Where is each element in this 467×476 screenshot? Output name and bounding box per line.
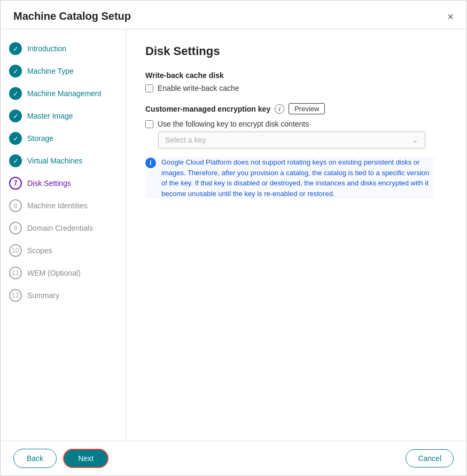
- close-button[interactable]: ×: [447, 11, 454, 22]
- sidebar-label-12: Summary: [27, 291, 59, 300]
- sidebar-item-scopes[interactable]: 10 Scopes: [1, 240, 126, 261]
- back-button[interactable]: Back: [13, 449, 57, 468]
- sidebar-item-disk-settings[interactable]: 7 Disk Settings: [1, 173, 126, 194]
- dialog-title: Machine Catalog Setup: [13, 10, 131, 22]
- help-icon-text: i: [279, 106, 281, 112]
- enable-write-back-row: Enable write-back cache: [145, 84, 447, 92]
- select-key-row: Select a key ⌄: [158, 131, 447, 149]
- footer-left: Back Next: [13, 449, 108, 468]
- step-number-11: 11: [12, 269, 19, 277]
- checkmark-icon-5: ✓: [13, 135, 19, 143]
- checkmark-icon-3: ✓: [13, 90, 19, 98]
- sidebar-item-introduction[interactable]: ✓ Introduction: [1, 38, 126, 59]
- step-circle-10: 10: [9, 244, 22, 257]
- dialog-body: ✓ Introduction ✓ Machine Type ✓ Machine …: [1, 29, 466, 441]
- main-content: Disk Settings Write-back cache disk Enab…: [126, 29, 466, 441]
- info-icon: i: [145, 158, 156, 168]
- encryption-title: Customer-managed encryption key: [145, 105, 270, 113]
- info-box: i Google Cloud Platform does not support…: [145, 157, 434, 199]
- sidebar-item-virtual-machines[interactable]: ✓ Virtual Machines: [1, 150, 126, 171]
- chevron-down-icon: ⌄: [412, 136, 418, 144]
- sidebar-item-wem[interactable]: 11 WEM (Optional): [1, 262, 126, 284]
- step-circle-9: 9: [9, 222, 22, 235]
- step-number-8: 8: [14, 202, 18, 209]
- encrypt-disk-row: Use the following key to encrypt disk co…: [145, 120, 447, 128]
- sidebar-label-2: Machine Type: [27, 67, 74, 75]
- write-back-cache-group: Write-back cache disk Enable write-back …: [145, 71, 447, 92]
- next-button[interactable]: Next: [63, 449, 108, 468]
- dialog-header: Machine Catalog Setup ×: [1, 1, 466, 29]
- sidebar-item-machine-type[interactable]: ✓ Machine Type: [1, 60, 126, 82]
- enable-write-back-checkbox-label: Enable write-back cache: [158, 84, 239, 92]
- step-circle-2: ✓: [9, 65, 22, 77]
- enable-write-back-checkbox[interactable]: [145, 84, 153, 92]
- encrypt-disk-checkbox[interactable]: [145, 120, 153, 128]
- sidebar-label-7: Disk Settings: [27, 179, 71, 188]
- sidebar-label-3: Machine Management: [27, 89, 102, 98]
- sidebar-label-10: Scopes: [27, 246, 52, 255]
- sidebar-label-5: Storage: [27, 134, 53, 143]
- select-key-dropdown[interactable]: Select a key ⌄: [158, 131, 425, 149]
- encrypt-disk-label: Use the following key to encrypt disk co…: [158, 120, 309, 128]
- sidebar-label-11: WEM (Optional): [27, 269, 81, 277]
- machine-catalog-dialog: Machine Catalog Setup × ✓ Introduction ✓…: [0, 0, 467, 476]
- sidebar-label-1: Introduction: [27, 44, 66, 53]
- step-circle-5: ✓: [9, 132, 22, 145]
- write-back-cache-label: Write-back cache disk: [145, 71, 447, 80]
- step-circle-8: 8: [9, 199, 22, 212]
- sidebar-item-master-image[interactable]: ✓ Master Image: [1, 105, 126, 127]
- checkmark-icon-6: ✓: [13, 157, 19, 165]
- dialog-footer: Back Next Cancel: [1, 441, 466, 475]
- sidebar-label-9: Domain Credentials: [27, 224, 93, 232]
- cancel-button[interactable]: Cancel: [406, 449, 454, 467]
- sidebar-label-4: Master Image: [27, 112, 73, 120]
- step-circle-12: 12: [9, 289, 22, 302]
- sidebar: ✓ Introduction ✓ Machine Type ✓ Machine …: [1, 29, 126, 441]
- preview-button[interactable]: Preview: [289, 103, 325, 114]
- step-circle-7: 7: [9, 177, 22, 190]
- sidebar-item-machine-identities[interactable]: 8 Machine Identities: [1, 195, 126, 216]
- help-icon[interactable]: i: [275, 104, 284, 114]
- step-number-10: 10: [12, 247, 19, 254]
- select-key-placeholder: Select a key: [165, 136, 206, 144]
- step-number-9: 9: [14, 224, 18, 232]
- step-circle-4: ✓: [9, 110, 22, 122]
- encryption-header: Customer-managed encryption key i Previe…: [145, 103, 447, 114]
- sidebar-item-domain-credentials[interactable]: 9 Domain Credentials: [1, 217, 126, 239]
- sidebar-item-summary[interactable]: 12 Summary: [1, 285, 126, 306]
- step-number-12: 12: [12, 292, 19, 299]
- section-title: Disk Settings: [145, 44, 447, 58]
- step-circle-3: ✓: [9, 87, 22, 100]
- checkmark-icon-4: ✓: [13, 112, 19, 120]
- sidebar-item-machine-management[interactable]: ✓ Machine Management: [1, 83, 126, 104]
- sidebar-label-6: Virtual Machines: [27, 157, 82, 165]
- sidebar-item-storage[interactable]: ✓ Storage: [1, 128, 126, 149]
- info-text: Google Cloud Platform does not support r…: [161, 157, 434, 199]
- sidebar-label-8: Machine Identities: [27, 201, 88, 210]
- encryption-group: Customer-managed encryption key i Previe…: [145, 103, 447, 199]
- checkmark-icon: ✓: [13, 45, 19, 53]
- step-circle-1: ✓: [9, 42, 22, 55]
- step-number-7: 7: [14, 180, 18, 187]
- step-circle-11: 11: [9, 267, 22, 279]
- checkmark-icon-2: ✓: [13, 67, 19, 75]
- step-circle-6: ✓: [9, 154, 22, 167]
